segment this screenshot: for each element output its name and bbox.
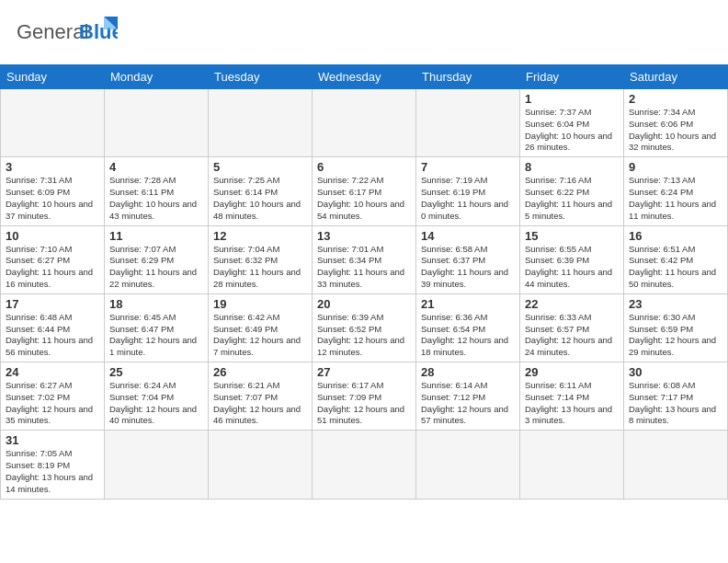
day-info: Sunrise: 6:51 AM Sunset: 6:42 PM Dayligh… bbox=[629, 244, 722, 291]
calendar-cell: 27Sunrise: 6:17 AM Sunset: 7:09 PM Dayli… bbox=[313, 362, 416, 431]
day-info: Sunrise: 7:37 AM Sunset: 6:04 PM Dayligh… bbox=[525, 107, 619, 154]
day-number: 21 bbox=[421, 297, 515, 311]
calendar-cell bbox=[1, 89, 105, 157]
day-info: Sunrise: 6:21 AM Sunset: 7:07 PM Dayligh… bbox=[213, 380, 307, 427]
logo: General Blue bbox=[17, 13, 118, 55]
day-number: 31 bbox=[6, 433, 99, 447]
calendar-cell: 28Sunrise: 6:14 AM Sunset: 7:12 PM Dayli… bbox=[416, 362, 520, 431]
calendar-cell: 12Sunrise: 7:04 AM Sunset: 6:32 PM Dayli… bbox=[209, 225, 313, 293]
day-info: Sunrise: 7:22 AM Sunset: 6:17 PM Dayligh… bbox=[317, 175, 411, 222]
day-number: 24 bbox=[6, 365, 99, 379]
day-info: Sunrise: 6:14 AM Sunset: 7:12 PM Dayligh… bbox=[421, 380, 515, 427]
day-number: 10 bbox=[6, 229, 99, 243]
calendar-week-row: 1Sunrise: 7:37 AM Sunset: 6:04 PM Daylig… bbox=[1, 89, 728, 157]
calendar-cell bbox=[520, 431, 624, 499]
day-number: 30 bbox=[629, 365, 722, 379]
calendar-cell bbox=[313, 431, 416, 499]
day-number: 16 bbox=[629, 229, 722, 243]
calendar-cell bbox=[105, 431, 209, 499]
day-info: Sunrise: 6:58 AM Sunset: 6:37 PM Dayligh… bbox=[421, 244, 515, 291]
calendar-cell: 9Sunrise: 7:13 AM Sunset: 6:24 PM Daylig… bbox=[624, 157, 728, 225]
day-number: 23 bbox=[629, 297, 722, 311]
day-info: Sunrise: 6:33 AM Sunset: 6:57 PM Dayligh… bbox=[525, 312, 619, 359]
calendar-cell bbox=[209, 89, 313, 157]
calendar-cell: 31Sunrise: 7:05 AM Sunset: 8:19 PM Dayli… bbox=[1, 431, 105, 499]
calendar-cell: 10Sunrise: 7:10 AM Sunset: 6:27 PM Dayli… bbox=[1, 225, 105, 293]
calendar-cell: 14Sunrise: 6:58 AM Sunset: 6:37 PM Dayli… bbox=[416, 225, 520, 293]
day-number: 20 bbox=[317, 297, 411, 311]
calendar-week-row: 17Sunrise: 6:48 AM Sunset: 6:44 PM Dayli… bbox=[1, 293, 728, 362]
col-header-wednesday: Wednesday bbox=[313, 65, 416, 89]
day-number: 19 bbox=[213, 297, 307, 311]
day-info: Sunrise: 7:19 AM Sunset: 6:19 PM Dayligh… bbox=[421, 175, 515, 222]
day-info: Sunrise: 6:08 AM Sunset: 7:17 PM Dayligh… bbox=[629, 380, 722, 427]
calendar-cell: 20Sunrise: 6:39 AM Sunset: 6:52 PM Dayli… bbox=[313, 293, 416, 362]
calendar-cell bbox=[105, 89, 209, 157]
calendar-table: SundayMondayTuesdayWednesdayThursdayFrid… bbox=[0, 64, 728, 500]
col-header-saturday: Saturday bbox=[624, 65, 728, 89]
day-info: Sunrise: 7:25 AM Sunset: 6:14 PM Dayligh… bbox=[213, 175, 307, 222]
calendar-week-row: 24Sunrise: 6:27 AM Sunset: 7:02 PM Dayli… bbox=[1, 362, 728, 431]
calendar-week-row: 10Sunrise: 7:10 AM Sunset: 6:27 PM Dayli… bbox=[1, 225, 728, 293]
day-number: 28 bbox=[421, 365, 515, 379]
calendar-header-row: SundayMondayTuesdayWednesdayThursdayFrid… bbox=[1, 65, 728, 89]
day-info: Sunrise: 7:04 AM Sunset: 6:32 PM Dayligh… bbox=[213, 244, 307, 291]
calendar-cell bbox=[416, 431, 520, 499]
calendar-cell: 16Sunrise: 6:51 AM Sunset: 6:42 PM Dayli… bbox=[624, 225, 728, 293]
calendar-cell: 11Sunrise: 7:07 AM Sunset: 6:29 PM Dayli… bbox=[105, 225, 209, 293]
calendar-cell: 7Sunrise: 7:19 AM Sunset: 6:19 PM Daylig… bbox=[416, 157, 520, 225]
calendar-cell: 3Sunrise: 7:31 AM Sunset: 6:09 PM Daylig… bbox=[1, 157, 105, 225]
day-info: Sunrise: 6:11 AM Sunset: 7:14 PM Dayligh… bbox=[525, 380, 619, 427]
day-number: 2 bbox=[629, 92, 722, 106]
day-number: 7 bbox=[421, 160, 515, 174]
day-info: Sunrise: 7:07 AM Sunset: 6:29 PM Dayligh… bbox=[109, 244, 203, 291]
calendar-week-row: 31Sunrise: 7:05 AM Sunset: 8:19 PM Dayli… bbox=[1, 431, 728, 499]
col-header-sunday: Sunday bbox=[1, 65, 105, 89]
day-info: Sunrise: 6:42 AM Sunset: 6:49 PM Dayligh… bbox=[213, 312, 307, 359]
day-number: 4 bbox=[109, 160, 203, 174]
day-info: Sunrise: 6:36 AM Sunset: 6:54 PM Dayligh… bbox=[421, 312, 515, 359]
day-info: Sunrise: 7:31 AM Sunset: 6:09 PM Dayligh… bbox=[6, 175, 99, 222]
calendar-cell: 5Sunrise: 7:25 AM Sunset: 6:14 PM Daylig… bbox=[209, 157, 313, 225]
day-info: Sunrise: 6:39 AM Sunset: 6:52 PM Dayligh… bbox=[317, 312, 411, 359]
day-info: Sunrise: 6:17 AM Sunset: 7:09 PM Dayligh… bbox=[317, 380, 411, 427]
calendar-cell: 23Sunrise: 6:30 AM Sunset: 6:59 PM Dayli… bbox=[624, 293, 728, 362]
day-number: 5 bbox=[213, 160, 307, 174]
day-number: 17 bbox=[6, 297, 99, 311]
day-number: 15 bbox=[525, 229, 619, 243]
day-number: 25 bbox=[109, 365, 203, 379]
day-info: Sunrise: 7:10 AM Sunset: 6:27 PM Dayligh… bbox=[6, 244, 99, 291]
calendar-cell: 22Sunrise: 6:33 AM Sunset: 6:57 PM Dayli… bbox=[520, 293, 624, 362]
calendar-cell: 18Sunrise: 6:45 AM Sunset: 6:47 PM Dayli… bbox=[105, 293, 209, 362]
day-number: 14 bbox=[421, 229, 515, 243]
calendar-cell: 15Sunrise: 6:55 AM Sunset: 6:39 PM Dayli… bbox=[520, 225, 624, 293]
day-number: 22 bbox=[525, 297, 619, 311]
calendar-cell: 8Sunrise: 7:16 AM Sunset: 6:22 PM Daylig… bbox=[520, 157, 624, 225]
day-info: Sunrise: 7:16 AM Sunset: 6:22 PM Dayligh… bbox=[525, 175, 619, 222]
calendar-cell: 17Sunrise: 6:48 AM Sunset: 6:44 PM Dayli… bbox=[1, 293, 105, 362]
col-header-friday: Friday bbox=[520, 65, 624, 89]
calendar-cell: 30Sunrise: 6:08 AM Sunset: 7:17 PM Dayli… bbox=[624, 362, 728, 431]
calendar-cell bbox=[313, 89, 416, 157]
calendar-cell bbox=[416, 89, 520, 157]
day-info: Sunrise: 6:55 AM Sunset: 6:39 PM Dayligh… bbox=[525, 244, 619, 291]
day-info: Sunrise: 6:45 AM Sunset: 6:47 PM Dayligh… bbox=[109, 312, 203, 359]
day-info: Sunrise: 7:01 AM Sunset: 6:34 PM Dayligh… bbox=[317, 244, 411, 291]
page: General Blue SundayMondayTuesdayWednesda… bbox=[0, 0, 728, 563]
day-info: Sunrise: 6:30 AM Sunset: 6:59 PM Dayligh… bbox=[629, 312, 722, 359]
day-number: 18 bbox=[109, 297, 203, 311]
day-info: Sunrise: 6:48 AM Sunset: 6:44 PM Dayligh… bbox=[6, 312, 99, 359]
day-info: Sunrise: 7:28 AM Sunset: 6:11 PM Dayligh… bbox=[109, 175, 203, 222]
calendar-cell: 26Sunrise: 6:21 AM Sunset: 7:07 PM Dayli… bbox=[209, 362, 313, 431]
day-info: Sunrise: 7:13 AM Sunset: 6:24 PM Dayligh… bbox=[629, 175, 722, 222]
day-number: 6 bbox=[317, 160, 411, 174]
col-header-thursday: Thursday bbox=[416, 65, 520, 89]
day-info: Sunrise: 6:24 AM Sunset: 7:04 PM Dayligh… bbox=[109, 380, 203, 427]
col-header-tuesday: Tuesday bbox=[209, 65, 313, 89]
calendar-week-row: 3Sunrise: 7:31 AM Sunset: 6:09 PM Daylig… bbox=[1, 157, 728, 225]
day-number: 12 bbox=[213, 229, 307, 243]
svg-text:General: General bbox=[17, 20, 88, 43]
day-number: 13 bbox=[317, 229, 411, 243]
day-number: 9 bbox=[629, 160, 722, 174]
day-number: 1 bbox=[525, 92, 619, 106]
